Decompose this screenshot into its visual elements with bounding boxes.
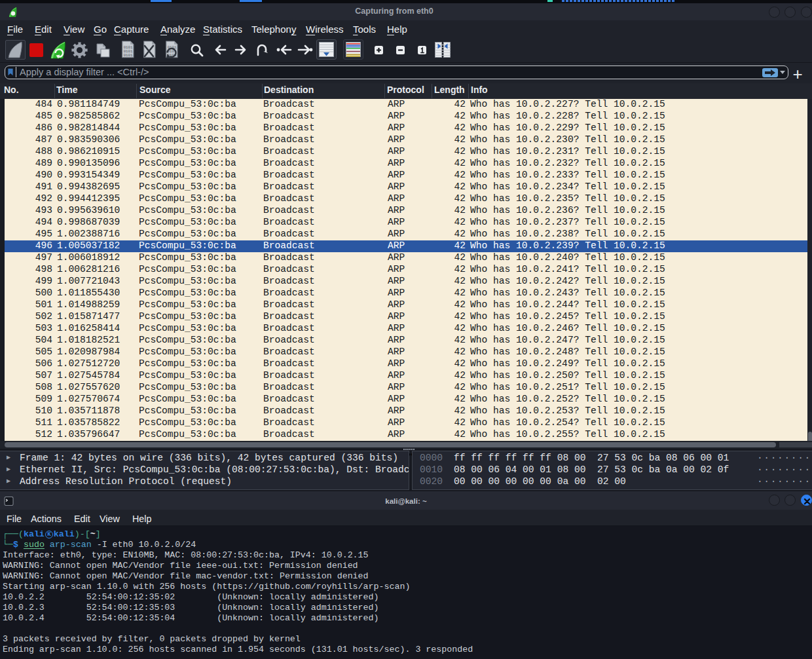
svg-text:0101: 0101: [124, 53, 133, 58]
